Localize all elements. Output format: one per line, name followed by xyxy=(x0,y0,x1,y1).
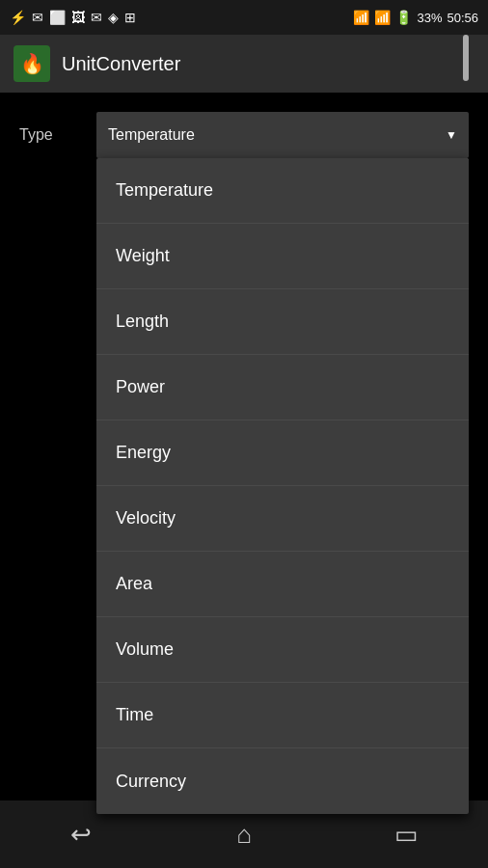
back-button[interactable]: ↩ xyxy=(42,810,120,858)
main-content: Type Temperature ▼ Temperature Weight Le… xyxy=(0,93,488,158)
dropdown-item-label: Velocity xyxy=(116,508,176,529)
dropdown-item-label: Weight xyxy=(116,246,170,266)
signal-icon: 📶 xyxy=(374,10,391,25)
android-icon: ◈ xyxy=(108,10,119,25)
chevron-down-icon: ▼ xyxy=(446,128,457,142)
mail-icon: ✉ xyxy=(91,10,102,25)
status-bar: ⚡ ✉ ⬜ 🖼 ✉ ◈ ⊞ 📶 📶 🔋 33% 50:56 xyxy=(0,0,488,35)
dropdown-item-currency[interactable]: Currency xyxy=(96,748,469,814)
usb-icon: ⚡ xyxy=(10,10,26,25)
wifi-icon: 📶 xyxy=(353,10,369,25)
home-icon: ⌂ xyxy=(236,820,252,850)
dropdown-item-label: Volume xyxy=(116,639,174,660)
dropdown-item-energy[interactable]: Energy xyxy=(96,420,469,486)
dropdown-item-time[interactable]: Time xyxy=(96,683,469,748)
dropdown-item-label: Length xyxy=(116,312,169,332)
dropdown-item-volume[interactable]: Volume xyxy=(96,617,469,683)
app-title: UnitConverter xyxy=(62,53,180,75)
dropdown-item-label: Currency xyxy=(116,772,186,792)
app-bar: 🔥 UnitConverter xyxy=(0,35,488,93)
dropdown-item-label: Time xyxy=(116,705,153,725)
dropdown-item-velocity[interactable]: Velocity xyxy=(96,486,469,552)
home-button[interactable]: ⌂ xyxy=(205,810,283,858)
recent-apps-icon: ▭ xyxy=(394,820,419,850)
time-display: 50:56 xyxy=(447,11,478,25)
photo-icon: 🖼 xyxy=(71,10,85,25)
dropdown-item-label: Area xyxy=(116,574,152,594)
dropdown-item-temperature[interactable]: Temperature xyxy=(96,158,469,224)
type-select-value: Temperature xyxy=(108,126,195,144)
recent-apps-button[interactable]: ▭ xyxy=(368,810,446,858)
dropdown-item-weight[interactable]: Weight xyxy=(96,224,469,289)
battery-icon: 🔋 xyxy=(395,10,412,25)
type-label: Type xyxy=(19,126,96,144)
dropdown-item-area[interactable]: Area xyxy=(96,552,469,617)
type-select[interactable]: Temperature ▼ xyxy=(96,112,469,158)
bag-icon: ⊞ xyxy=(124,10,136,25)
back-icon: ↩ xyxy=(70,820,92,850)
type-dropdown[interactable]: Temperature Weight Length Power Energy V… xyxy=(96,158,469,814)
app-icon: 🔥 xyxy=(14,45,50,82)
battery-percent: 33% xyxy=(417,11,442,25)
dropdown-item-length[interactable]: Length xyxy=(96,289,469,355)
scroll-indicator-bottom xyxy=(463,35,469,81)
status-icons-left: ⚡ ✉ ⬜ 🖼 ✉ ◈ ⊞ xyxy=(10,10,136,25)
dropdown-item-label: Energy xyxy=(116,443,171,463)
dropdown-item-label: Power xyxy=(116,377,165,397)
dropdown-item-label: Temperature xyxy=(116,180,213,201)
status-icons-right: 📶 📶 🔋 33% 50:56 xyxy=(353,10,478,25)
type-row: Type Temperature ▼ xyxy=(19,112,469,158)
screen-icon: ⬜ xyxy=(49,10,66,25)
dropdown-item-power[interactable]: Power xyxy=(96,355,469,420)
message-icon: ✉ xyxy=(32,10,43,25)
